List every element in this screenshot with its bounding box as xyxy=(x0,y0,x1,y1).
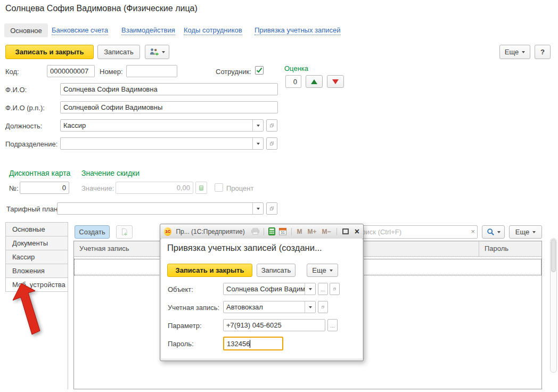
code-input[interactable] xyxy=(47,65,95,77)
account-dropdown-button[interactable] xyxy=(305,301,315,313)
maximize-button[interactable] xyxy=(342,228,349,234)
save-button[interactable]: Записать xyxy=(97,45,140,59)
close-button[interactable]: × xyxy=(355,227,359,236)
dialog-save-and-close-button[interactable]: Записать и закрыть xyxy=(167,264,252,277)
printer-icon xyxy=(251,228,259,235)
percent-checkbox[interactable] xyxy=(215,183,223,192)
tariff-open-button[interactable] xyxy=(266,202,277,215)
percent-label: Процент xyxy=(226,184,253,192)
account-open-button[interactable] xyxy=(318,301,328,313)
chevron-down-icon xyxy=(522,51,525,53)
search-icon xyxy=(487,228,495,236)
calculator-icon xyxy=(268,227,275,235)
calculator-button[interactable] xyxy=(195,182,207,194)
titlebar-separator xyxy=(337,228,337,235)
create-button[interactable]: Создать xyxy=(75,225,110,239)
search-button[interactable] xyxy=(482,225,505,239)
calculator-button[interactable] xyxy=(268,227,275,235)
position-dropdown-button[interactable] xyxy=(252,120,263,131)
tab-bank-accounts[interactable]: Банковские счета xyxy=(52,26,108,35)
form-more-button[interactable]: Еще xyxy=(499,45,530,59)
dialog-title: Пр... (1С:Предприятие) xyxy=(176,228,244,235)
object-dropdown-button[interactable] xyxy=(305,283,315,295)
fio-input[interactable] xyxy=(60,83,278,95)
create-user-dropdown-button[interactable] xyxy=(145,45,169,59)
tab-employee-codes[interactable]: Коды сотрудников xyxy=(184,26,242,35)
open-form-icon xyxy=(270,123,274,128)
open-form-icon xyxy=(270,206,274,211)
code-label: Код: xyxy=(5,68,19,76)
fio-genitive-label: Ф.И.О (р.п.): xyxy=(5,104,45,112)
tab-account-binding[interactable]: Привязка учетных записей xyxy=(255,26,341,35)
fio-genitive-input[interactable] xyxy=(60,101,278,113)
tariff-value xyxy=(58,203,252,214)
vertical-scrollbar[interactable] xyxy=(550,238,557,373)
memory-button[interactable]: M xyxy=(297,228,302,235)
tariff-dropdown-button[interactable] xyxy=(252,203,263,214)
rating-up-button[interactable] xyxy=(306,75,323,88)
discount-value-input[interactable] xyxy=(116,182,193,194)
employee-checkbox[interactable] xyxy=(255,66,264,75)
object-choose-button[interactable]: ... xyxy=(318,283,328,295)
more-label: Еще xyxy=(505,48,519,56)
calendar-button[interactable]: 31 xyxy=(279,227,286,235)
dialog-more-button[interactable]: Еще xyxy=(307,264,338,277)
object-open-button[interactable] xyxy=(330,283,340,295)
dialog-titlebar[interactable]: 1С Пр... (1С:Предприятие) 31 xyxy=(160,224,363,239)
department-dropdown-button[interactable] xyxy=(252,138,263,149)
open-form-icon xyxy=(322,304,324,310)
tariff-combo[interactable] xyxy=(57,202,264,215)
position-combo[interactable]: Кассир xyxy=(60,119,264,132)
department-open-button[interactable] xyxy=(266,137,277,150)
copy-document-icon xyxy=(120,228,128,236)
parameter-input[interactable] xyxy=(223,319,325,331)
search-clear-button[interactable]: × xyxy=(471,227,475,235)
account-label: Учетная запись: xyxy=(168,304,219,312)
parameter-choose-button[interactable]: ... xyxy=(327,319,338,331)
add-person-icon xyxy=(150,48,159,56)
annotation-arrow-icon xyxy=(13,282,46,339)
1c-logo-icon: 1С xyxy=(164,227,171,236)
scrollbar-thumb[interactable] xyxy=(551,239,556,272)
chevron-down-icon xyxy=(257,143,260,145)
object-combo[interactable]: Солнцева София Вадимовна xyxy=(223,283,316,295)
triangle-down-icon xyxy=(332,79,339,84)
memory-minus-button[interactable]: M− xyxy=(322,228,331,235)
side-tab-kassir[interactable]: Кассир xyxy=(5,250,68,264)
side-tab-vlozheniya[interactable]: Вложения xyxy=(5,264,68,278)
calculator-icon xyxy=(199,184,203,192)
card-number-input[interactable] xyxy=(20,182,69,194)
password-label: Пароль: xyxy=(168,340,194,348)
column-header-password[interactable]: Пароль xyxy=(479,241,541,256)
save-and-close-button[interactable]: Записать и закрыть xyxy=(5,45,94,59)
text-caret xyxy=(250,340,250,348)
chevron-down-icon xyxy=(162,51,165,53)
chevron-down-icon xyxy=(532,231,536,233)
department-combo[interactable] xyxy=(60,137,264,150)
rating-down-button[interactable] xyxy=(327,75,344,88)
grid-more-button[interactable]: Еще xyxy=(509,225,542,239)
side-tab-dokumenty[interactable]: Документы xyxy=(5,236,68,250)
password-input[interactable] xyxy=(223,337,283,350)
number-input[interactable] xyxy=(126,65,177,77)
page-title: Солнцева София Вадимовна (Физические лиц… xyxy=(5,4,198,13)
chevron-down-icon xyxy=(330,270,333,272)
search-input[interactable] xyxy=(354,225,478,239)
open-form-icon xyxy=(333,286,336,292)
tab-osnovnoe[interactable]: Основное xyxy=(4,23,48,37)
print-button[interactable] xyxy=(251,228,259,235)
checkmark-icon xyxy=(256,67,262,74)
position-open-button[interactable] xyxy=(266,119,277,132)
triangle-up-icon xyxy=(311,79,317,84)
calendar-icon: 31 xyxy=(279,227,286,235)
side-tab-osnovnye[interactable]: Основные xyxy=(5,222,68,236)
tab-interactions[interactable]: Взаимодействия xyxy=(121,26,175,35)
account-combo[interactable]: Автовокзал xyxy=(223,301,316,313)
position-value: Кассир xyxy=(61,120,252,131)
help-button[interactable]: ? xyxy=(535,45,551,59)
account-binding-dialog: 1С Пр... (1С:Предприятие) 31 xyxy=(160,224,364,361)
create-by-copy-button[interactable] xyxy=(116,225,133,239)
memory-plus-button[interactable]: M+ xyxy=(308,228,317,235)
dialog-save-button[interactable]: Записать xyxy=(257,264,296,277)
rating-value-input[interactable] xyxy=(285,75,301,88)
